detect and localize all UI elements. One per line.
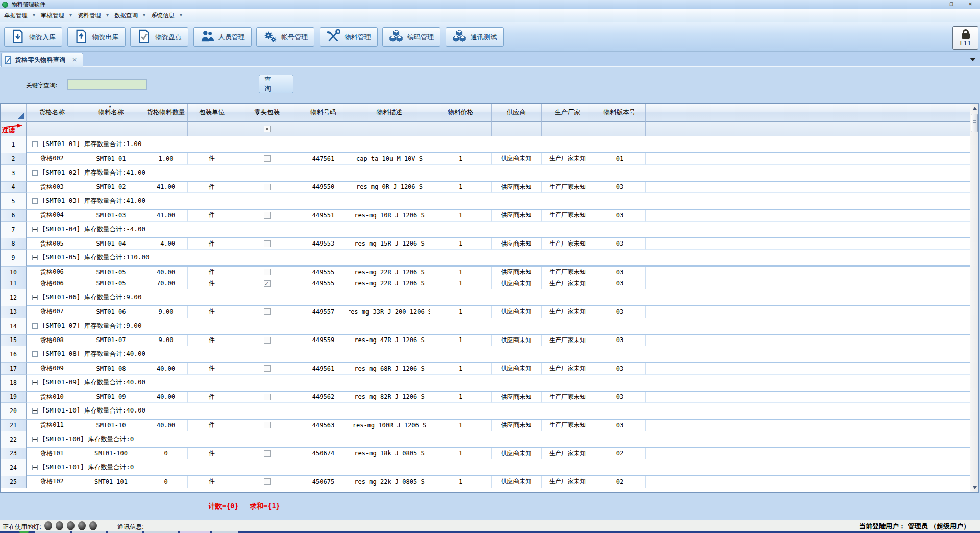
cell[interactable]: 供应商未知 (492, 278, 542, 290)
group-row[interactable]: 1[SMT01-01] 库存数量合计:1.00 (1, 136, 970, 153)
cell[interactable]: 41.00 (144, 182, 188, 193)
row-checkbox[interactable] (264, 394, 271, 400)
cell[interactable]: 1 (430, 210, 492, 222)
cell[interactable]: 生产厂家未知 (542, 278, 594, 290)
cell[interactable]: 1.00 (144, 153, 188, 165)
cell[interactable]: 生产厂家未知 (542, 210, 594, 222)
row-checkbox[interactable] (264, 365, 271, 372)
cell[interactable]: 件 (188, 153, 236, 165)
column-header-5[interactable]: 物料号码 (298, 104, 349, 122)
cell[interactable]: 40.00 (144, 392, 188, 403)
cell[interactable]: 货格011 (27, 420, 78, 431)
cell[interactable]: 生产厂家未知 (542, 266, 594, 278)
cell[interactable]: 9.00 (144, 306, 188, 318)
toolbar-button-6[interactable]: 编码管理 (382, 27, 440, 47)
cell[interactable]: 货格004 (27, 210, 78, 222)
cell[interactable]: 件 (188, 363, 236, 375)
query-button[interactable]: 查 询 (259, 75, 293, 93)
column-header-1[interactable]: 物料名称▲ (78, 104, 144, 122)
cell[interactable]: 供应商未知 (492, 363, 542, 375)
cell[interactable]: res-mg 22k J 0805 S (349, 476, 430, 488)
cell-checkbox[interactable] (236, 266, 298, 278)
cell[interactable]: res-mg 10R J 1206 S (349, 210, 430, 222)
cell[interactable]: res-mg 47R J 1206 S (349, 335, 430, 347)
filter-cell-9[interactable] (542, 122, 594, 136)
cell[interactable]: 0 (144, 448, 188, 460)
cell[interactable]: 02 (594, 448, 646, 460)
vertical-scrollbar[interactable] (970, 104, 978, 492)
cell[interactable]: 生产厂家未知 (542, 335, 594, 347)
row-checkbox[interactable] (264, 478, 271, 485)
toolbar-button-5[interactable]: 物料管理 (320, 27, 378, 47)
cell[interactable]: SMT01-05 (78, 266, 144, 278)
cell[interactable]: res-mg 68R J 1206 S (349, 363, 430, 375)
cell[interactable]: 9.00 (144, 335, 188, 347)
filter-cell-0[interactable] (27, 122, 78, 136)
cell[interactable]: 货格003 (27, 182, 78, 193)
cell[interactable]: 1 (430, 335, 492, 347)
column-header-3[interactable]: 包装单位 (188, 104, 236, 122)
filter-cell-7[interactable] (430, 122, 492, 136)
cell[interactable]: 生产厂家未知 (542, 448, 594, 460)
cell[interactable]: 01 (594, 153, 646, 165)
toolbar-button-2[interactable]: 物资盘点 (130, 27, 188, 47)
cell[interactable]: 件 (188, 210, 236, 222)
cell[interactable]: 1 (430, 278, 492, 290)
menu-item-0[interactable]: 单据管理▼ (4, 10, 35, 21)
cell[interactable]: 件 (188, 448, 236, 460)
collapse-icon[interactable] (32, 255, 38, 260)
collapse-icon[interactable] (32, 380, 38, 385)
filter-cell-8[interactable] (492, 122, 542, 136)
collapse-icon[interactable] (32, 323, 38, 329)
table-row[interactable]: 2货格002SMT01-011.00件447561cap-ta 10u M 10… (1, 153, 970, 165)
scrollbar-thumb[interactable] (971, 114, 978, 132)
cell[interactable]: 449551 (298, 210, 349, 222)
cell[interactable]: cap-ta 10u M 10V S (349, 153, 430, 165)
filter-cell-6[interactable] (349, 122, 430, 136)
table-row[interactable]: 11货格006SMT01-0570.00件449555res-mg 22R J … (1, 278, 970, 290)
menu-item-1[interactable]: 审核管理▼ (41, 10, 72, 21)
cell[interactable]: 03 (594, 306, 646, 318)
column-header-2[interactable]: 货格物料数量 (144, 104, 188, 122)
cell[interactable]: 03 (594, 363, 646, 375)
lock-f11-button[interactable]: F11 (952, 26, 978, 50)
cell[interactable]: 生产厂家未知 (542, 182, 594, 193)
cell[interactable]: 件 (188, 266, 236, 278)
cell[interactable]: res-mg 22R J 1206 S (349, 278, 430, 290)
cell[interactable]: 件 (188, 420, 236, 431)
collapse-icon[interactable] (32, 295, 38, 300)
row-checkbox[interactable] (264, 155, 271, 162)
cell[interactable]: 货格005 (27, 238, 78, 250)
windows-taskbar[interactable] (0, 531, 980, 533)
cell-checkbox[interactable] (236, 392, 298, 403)
cell[interactable]: 449563 (298, 420, 349, 431)
cell[interactable]: res-mg 22R J 1206 S (349, 266, 430, 278)
cell[interactable]: SMT01-101 (78, 476, 144, 488)
table-row[interactable]: 21货格011SMT01-1040.00件449563res-mg 100R J… (1, 420, 970, 431)
filter-cell-4[interactable] (236, 122, 298, 136)
collapse-icon[interactable] (32, 351, 38, 357)
cell-checkbox[interactable] (236, 476, 298, 488)
scroll-down-icon[interactable] (970, 483, 979, 492)
table-row[interactable]: 17货格009SMT01-0840.00件449561res-mg 68R J … (1, 363, 970, 375)
filter-cell-1[interactable] (78, 122, 144, 136)
cell[interactable]: 供应商未知 (492, 153, 542, 165)
cell[interactable]: 1 (430, 392, 492, 403)
cell[interactable]: 449561 (298, 363, 349, 375)
cell[interactable]: 03 (594, 210, 646, 222)
cell[interactable]: 449555 (298, 278, 349, 290)
cell[interactable]: 449550 (298, 182, 349, 193)
table-row[interactable]: 6货格004SMT01-0341.00件449551res-mg 10R J 1… (1, 210, 970, 222)
cell[interactable]: 货格009 (27, 363, 78, 375)
cell[interactable]: 449555 (298, 266, 349, 278)
table-row[interactable]: 4货格003SMT01-0241.00件449550res-mg 0R J 12… (1, 182, 970, 193)
cell[interactable]: 生产厂家未知 (542, 306, 594, 318)
tab-close-icon[interactable]: × (72, 56, 77, 63)
cell[interactable]: 生产厂家未知 (542, 363, 594, 375)
collapse-icon[interactable] (32, 198, 38, 204)
cell[interactable]: 生产厂家未知 (542, 153, 594, 165)
cell-checkbox[interactable] (236, 306, 298, 318)
cell[interactable]: 1 (430, 153, 492, 165)
cell[interactable]: 03 (594, 335, 646, 347)
collapse-icon[interactable] (32, 437, 38, 442)
